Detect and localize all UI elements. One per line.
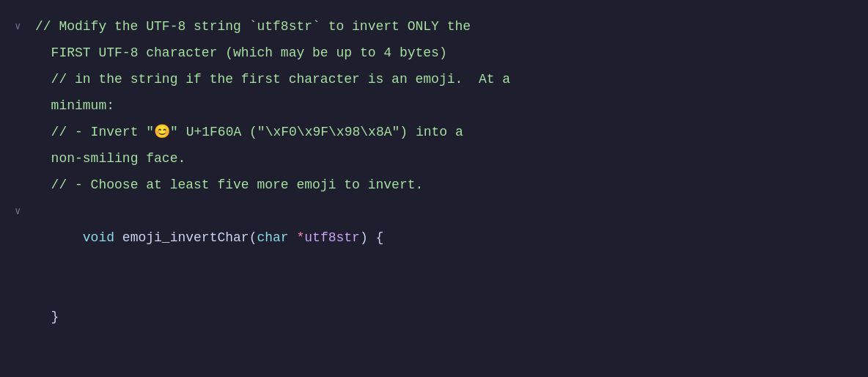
code-line-3: // in the string if the first character … — [15, 66, 853, 92]
code-line-1: ∨ // Modify the UTF-8 string `utf8str` t… — [15, 13, 853, 40]
function-name: emoji_invertChar( — [114, 230, 257, 245]
code-line-8: ∨ void emoji_invertChar(char *utf8str) { — [15, 198, 853, 277]
param-name: utf8str — [304, 230, 360, 245]
code-line-9 — [15, 277, 853, 304]
line-content-3: // in the string if the first character … — [35, 66, 853, 92]
keyword-void: void — [83, 230, 114, 245]
chevron-icon-8: ∨ — [15, 198, 21, 224]
pointer-asterisk: * — [289, 230, 305, 245]
line-content-7: // - Choose at least five more emoji to … — [35, 172, 853, 198]
code-line-6: non-smiling face. — [15, 145, 853, 172]
gutter-8: ∨ — [15, 198, 35, 224]
code-line-7: // - Choose at least five more emoji to … — [15, 172, 853, 198]
line-content-6: non-smiling face. — [35, 145, 853, 172]
code-line-10: } — [15, 304, 853, 330]
function-brace: ) { — [360, 230, 383, 245]
code-line-4: minimum: — [15, 92, 853, 119]
line-content-10: } — [35, 304, 853, 330]
line-content-8: void emoji_invertChar(char *utf8str) { — [35, 198, 853, 277]
line-content-4: minimum: — [35, 92, 853, 119]
line-content-2: FIRST UTF-8 character (which may be up t… — [35, 40, 853, 66]
code-line-2: FIRST UTF-8 character (which may be up t… — [15, 40, 853, 66]
line-content-5: // - Invert "😊" U+1F60A ("\xF0\x9F\x98\x… — [35, 119, 853, 145]
gutter-1: ∨ — [15, 13, 35, 40]
chevron-icon-1: ∨ — [15, 13, 21, 40]
keyword-char: char — [257, 230, 288, 245]
line-content-1: // Modify the UTF-8 string `utf8str` to … — [35, 13, 853, 40]
code-editor: ∨ // Modify the UTF-8 string `utf8str` t… — [0, 0, 868, 377]
code-line-5: // - Invert "😊" U+1F60A ("\xF0\x9F\x98\x… — [15, 119, 853, 145]
